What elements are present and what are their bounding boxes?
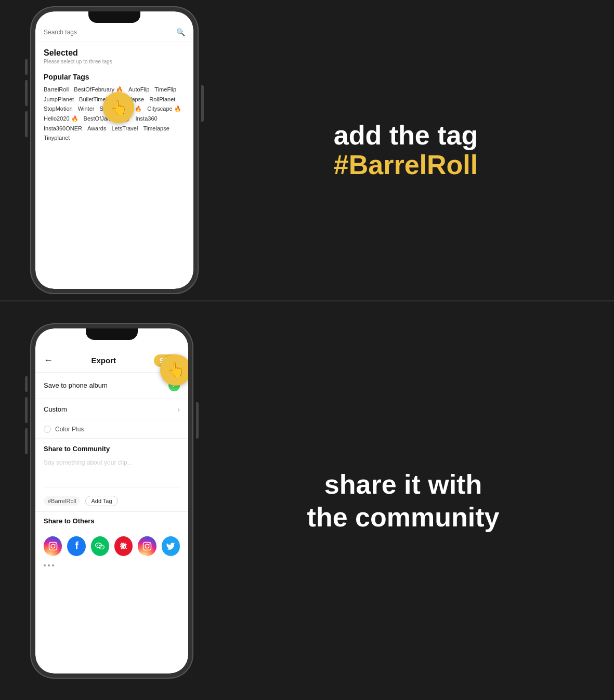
svg-point-8 xyxy=(102,547,102,547)
weibo-icon[interactable]: 微 xyxy=(114,536,133,556)
svg-point-7 xyxy=(101,547,101,547)
search-icon: 🔍 xyxy=(176,28,185,36)
svg-rect-9 xyxy=(143,542,151,550)
tag-item-rollplanet[interactable]: RollPlanet xyxy=(149,96,175,102)
dots-row xyxy=(35,560,188,571)
dot3 xyxy=(52,564,54,566)
notch xyxy=(91,11,138,22)
tag-item-cityscape[interactable]: Cityscape 🔥 xyxy=(147,105,181,112)
svg-point-1 xyxy=(51,544,55,548)
selected-title: Selected xyxy=(44,48,185,58)
social-icons-row: f 微 xyxy=(35,532,188,560)
side-btn-b xyxy=(25,376,28,392)
dot2 xyxy=(48,564,50,566)
back-button[interactable]: ← xyxy=(44,355,53,366)
phone-mockup-top: 🔍 Selected Please select up to three tag… xyxy=(31,7,198,293)
add-tag-headline: add the tag xyxy=(334,121,478,150)
twitter-icon[interactable] xyxy=(162,536,180,556)
share-community-title: Share to Community xyxy=(44,445,180,453)
tag-item-tinyplanet[interactable]: Tinyplanet xyxy=(44,135,70,141)
dot1 xyxy=(44,564,46,566)
tag-item-jumpplanet[interactable]: JumpPlanet xyxy=(44,96,74,102)
custom-label: Custom xyxy=(44,405,67,413)
share-others-section: Share to Others xyxy=(35,512,188,532)
custom-row[interactable]: Custom › xyxy=(35,399,188,420)
tag-item-timeflip[interactable]: TimeFlip xyxy=(154,86,176,93)
svg-point-2 xyxy=(55,543,56,544)
phone-mockup-bottom: ← Export Sh... Save to phone album ✓ Cus… xyxy=(31,324,192,678)
facebook-icon[interactable]: f xyxy=(67,536,85,556)
side-btn xyxy=(25,59,28,75)
side-btn-vol-up-b xyxy=(25,397,28,423)
side-btn-vol-down xyxy=(25,111,28,137)
color-circle xyxy=(44,426,51,433)
svg-point-4 xyxy=(97,545,98,546)
share-others-title: Share to Others xyxy=(44,517,180,525)
share-headline1: share it with xyxy=(324,468,482,500)
search-bar: 🔍 xyxy=(35,23,193,42)
side-btn-power-b xyxy=(196,402,199,439)
popular-tags-title: Popular Tags xyxy=(35,69,193,84)
save-label: Save to phone album xyxy=(44,381,108,389)
cursor-hand-bottom: 👆 xyxy=(160,354,191,386)
cursor-hand-top: 👆 xyxy=(103,92,134,123)
wechat-icon[interactable] xyxy=(91,536,109,556)
add-tag-button[interactable]: Add Tag xyxy=(85,496,117,506)
tag-item-stopmotion[interactable]: StopMotion xyxy=(44,105,73,112)
tag-item-hello2020[interactable]: Hello2020 🔥 xyxy=(44,115,79,122)
share-headline2: the community xyxy=(307,501,500,533)
instagram-icon[interactable] xyxy=(44,536,62,556)
tag-badge-barrelroll[interactable]: #BarrelRoll xyxy=(44,496,80,506)
color-plus-label: Color Plus xyxy=(55,426,84,433)
side-btn-vol-up xyxy=(25,80,28,106)
right-text-top: add the tag #BarrelRoll xyxy=(198,100,614,201)
tags-row: #BarrelRoll Add Tag xyxy=(35,491,188,512)
bottom-section: ← Export Sh... Save to phone album ✓ Cus… xyxy=(0,301,614,700)
export-title: Export xyxy=(91,356,116,365)
selected-section: Selected Please select up to three tags xyxy=(35,42,193,69)
tag-item-barrelroll[interactable]: BarrelRoll xyxy=(44,86,69,93)
search-input[interactable] xyxy=(44,29,176,36)
side-btn-vol-down-b xyxy=(25,428,28,454)
notch-bottom xyxy=(88,328,135,339)
color-plus-row[interactable]: Color Plus xyxy=(35,420,188,439)
tag-item-insta360[interactable]: Insta360 xyxy=(135,115,157,122)
svg-point-11 xyxy=(149,543,150,544)
instagram2-icon[interactable] xyxy=(138,536,156,556)
selected-subtitle: Please select up to three tags xyxy=(44,59,185,64)
tag-item-awards[interactable]: Awards xyxy=(87,125,106,131)
tag-item-autoflip[interactable]: AutoFlip xyxy=(128,86,149,93)
share-community-section: Share to Community Say something about y… xyxy=(35,439,188,491)
phone-frame-bottom: ← Export Sh... Save to phone album ✓ Cus… xyxy=(31,324,192,678)
side-btn-power xyxy=(201,85,204,122)
hashtag-barrelroll: #BarrelRoll xyxy=(334,150,478,180)
screen-top: 🔍 Selected Please select up to three tag… xyxy=(35,11,193,289)
say-something-placeholder[interactable]: Say something about your clip... xyxy=(44,457,180,487)
tag-item-timelapse[interactable]: Timelapse xyxy=(143,125,169,131)
tag-item-winter[interactable]: Winter xyxy=(78,105,95,112)
svg-point-10 xyxy=(145,544,149,548)
chevron-icon: › xyxy=(177,405,180,414)
tag-item-insta360oner[interactable]: Insta360ONER xyxy=(44,125,82,131)
phone-frame: 🔍 Selected Please select up to three tag… xyxy=(31,7,198,293)
tag-item-letstravel[interactable]: LetsTravel xyxy=(111,125,138,131)
top-section: 🔍 Selected Please select up to three tag… xyxy=(0,0,614,301)
svg-rect-0 xyxy=(49,542,57,550)
right-text-bottom: share it with the community xyxy=(192,447,614,554)
